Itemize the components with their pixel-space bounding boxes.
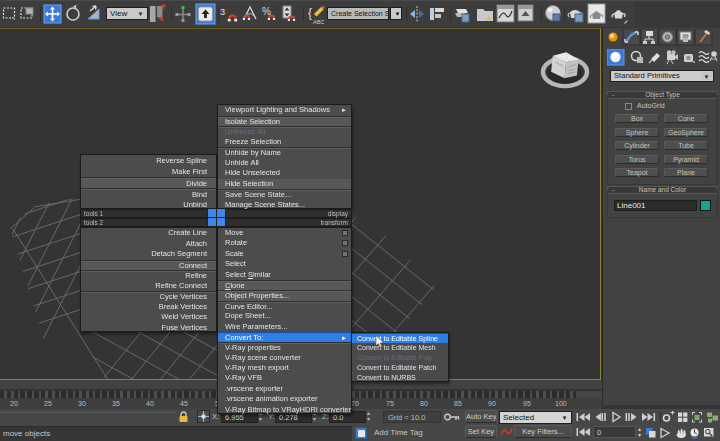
svg-text:{: { [308,6,312,20]
svg-text:3: 3 [220,7,225,17]
svg-text:ABC: ABC [313,19,324,25]
